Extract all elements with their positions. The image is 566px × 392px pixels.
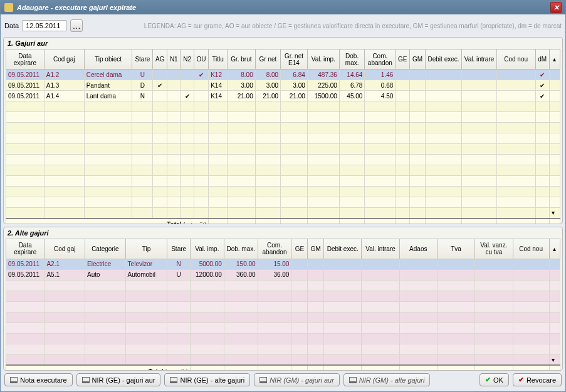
scrollbar-track[interactable] [549,91,560,101]
date-input[interactable] [23,20,66,31]
table-row[interactable]: 09.05.2011A2.1ElectriceTelevizorN5000.00… [6,259,560,269]
nota-executare-button[interactable]: Nota executare [4,373,73,386]
col2-categorie[interactable]: Categorie [85,239,126,259]
col2-tip[interactable]: Tip [125,239,167,259]
table-row[interactable] [6,280,560,291]
table-row[interactable] [6,187,560,197]
scrollbar-track[interactable] [549,301,560,312]
col2-val-imp[interactable]: Val. imp. [190,239,224,259]
col-dob-max[interactable]: Dob. max. [339,49,364,70]
col2-debit-exec[interactable]: Debit exec. [324,239,362,259]
col2-stare[interactable]: Stare [167,239,191,259]
col-gr-brut[interactable]: Gr. brut [227,49,255,70]
scrollbar-track[interactable] [549,144,560,155]
col-debit-exec[interactable]: Debit exec. [425,49,462,70]
grid1-header[interactable]: Data expirare Cod gaj Tip obiect Stare A… [6,49,560,70]
nir-ge-alte-gajuri-button[interactable]: NIR (GE) - alte gajuri [164,373,250,386]
table-row[interactable] [6,133,560,144]
table-row[interactable]: 09.05.2011A1.4Lant damaN✔K1421.0021.0021… [6,91,560,101]
table-row[interactable] [6,344,560,354]
scrollbar-track[interactable] [549,333,560,344]
col-gm[interactable]: GM [410,49,426,70]
col-gr-net[interactable]: Gr net [255,49,280,70]
grid1-scrollbar-up[interactable]: ▴ [549,49,560,70]
table-row[interactable] [6,112,560,123]
ok-button[interactable]: ✔OK [480,373,509,386]
scrollbar-track[interactable] [549,322,560,333]
scrollbar-track[interactable]: ▾ [549,354,560,365]
col-data-expirare[interactable]: Data expirare [6,49,45,70]
date-picker-button[interactable]: … [70,19,83,32]
scrollbar-track[interactable] [549,187,560,197]
grid2-scrollbar-up[interactable]: ▴ [549,239,560,259]
col-tip-obiect[interactable]: Tip obiect [84,49,132,70]
scrollbar-track[interactable]: ▾ [549,208,560,219]
scrollbar-track[interactable] [549,176,560,187]
scrollbar-track[interactable] [549,165,560,176]
scrollbar-track[interactable] [549,269,560,280]
col-n2[interactable]: N2 [181,49,194,70]
scrollbar-track[interactable] [549,155,560,165]
table-row[interactable] [6,301,560,312]
close-button[interactable]: ✕ [550,2,562,13]
scrollbar-track[interactable] [549,344,560,354]
col-titlu[interactable]: Titlu [209,49,228,70]
col2-val-intrare[interactable]: Val. intrare [362,239,399,259]
revocare-button[interactable]: ✔Revocare [513,373,562,386]
grid2-header[interactable]: Data expirare Cod gaj Categorie Tip Star… [6,239,560,259]
col-ge[interactable]: GE [396,49,410,70]
scrollbar-track[interactable] [549,123,560,133]
col2-ge[interactable]: GE [291,239,308,259]
table-row[interactable] [6,165,560,176]
scrollbar-track[interactable] [549,312,560,322]
scrollbar-track[interactable] [549,70,560,80]
col2-cod-nou[interactable]: Cod nou [513,239,549,259]
table-row[interactable]: 09.05.2011A1.3PandantD✔K143.003.003.0022… [6,80,560,91]
col2-val-vanz[interactable]: Val. vanz. cu tva [475,239,513,259]
table-row[interactable] [6,291,560,301]
col2-com-abandon[interactable]: Com. abandon [258,239,291,259]
col-com-abandon[interactable]: Com. abandon [365,49,396,70]
col-gr-net-e14[interactable]: Gr. net E14 [281,49,308,70]
col2-gm[interactable]: GM [308,239,324,259]
scrollbar-track[interactable] [549,259,560,269]
scrollbar-track[interactable] [549,133,560,144]
table-row[interactable] [6,123,560,133]
scrollbar-track[interactable] [549,280,560,291]
col-dm[interactable]: dM [535,49,549,70]
table-row[interactable]: ▾ [6,208,560,219]
scrollbar-track[interactable] [549,80,560,91]
table-row[interactable]: ▾ [6,354,560,365]
nir-ge-gajuri-aur-button[interactable]: NIR (GE) - gajuri aur [76,373,161,386]
table-row[interactable] [6,333,560,344]
scrollbar-track[interactable] [549,291,560,301]
nir-gm-gajuri-aur-button[interactable]: NIR (GM) - gajuri aur [254,373,340,386]
grid-gajuri-aur[interactable]: Data expirare Cod gaj Tip obiect Stare A… [6,49,560,224]
table-row[interactable]: 09.05.2011A1.2Cercei damaU✔K128.008.006.… [6,70,560,80]
table-row[interactable] [6,176,560,187]
table-row[interactable] [6,101,560,112]
table-row[interactable] [6,312,560,322]
table-row[interactable]: 09.05.2011A5.1AutoAutomobilU12000.00360.… [6,269,560,280]
col2-dob-max[interactable]: Dob. max. [224,239,258,259]
col-val-imp[interactable]: Val. imp. [307,49,339,70]
nir-gm-alte-gajuri-button[interactable]: NIR (GM) - alte gajuri [343,373,431,386]
scrollbar-track[interactable] [549,197,560,208]
scrollbar-track[interactable] [549,112,560,123]
col-cod-nou[interactable]: Cod nou [496,49,535,70]
col2-cod-gaj[interactable]: Cod gaj [45,239,85,259]
col-cod-gaj[interactable]: Cod gaj [44,49,84,70]
table-row[interactable] [6,197,560,208]
col-ag[interactable]: AG [153,49,167,70]
col2-adaos[interactable]: Adaos [399,239,437,259]
table-row[interactable] [6,155,560,165]
col-n1[interactable]: N1 [167,49,181,70]
col-val-intrare[interactable]: Val. intrare [462,49,496,70]
table-row[interactable] [6,144,560,155]
col2-data-expirare[interactable]: Data expirare [6,239,45,259]
grid-alte-gajuri[interactable]: Data expirare Cod gaj Categorie Tip Star… [6,239,560,370]
col-stare[interactable]: Stare [132,49,153,70]
col-ou[interactable]: OU [194,49,208,70]
scrollbar-track[interactable] [549,101,560,112]
col2-tva[interactable]: Tva [437,239,474,259]
